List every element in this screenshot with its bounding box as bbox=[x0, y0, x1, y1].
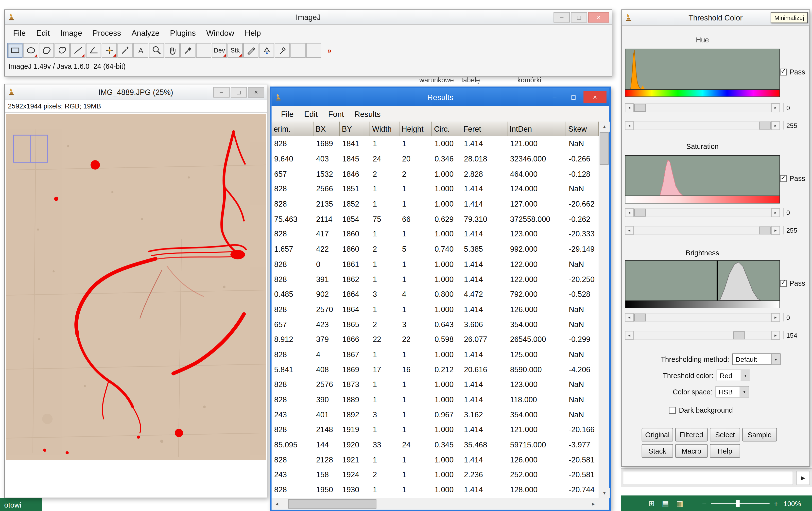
table-row[interactable]: 82825661851111.0001.414124.000NaN bbox=[271, 181, 599, 196]
table-row[interactable]: 8284171860111.0001.414123.000-20.333 bbox=[271, 227, 599, 242]
zoom-slider-thumb[interactable] bbox=[736, 500, 740, 507]
brightness-max-scrollbar[interactable]: ◄ ► bbox=[625, 331, 780, 340]
macro-button[interactable]: Macro bbox=[675, 444, 708, 458]
scroll-right-icon[interactable]: ▶ bbox=[796, 471, 810, 485]
scroll-left-icon[interactable]: ◄ bbox=[625, 331, 634, 340]
column-header[interactable]: BX bbox=[314, 122, 340, 136]
sample-button[interactable]: Sample bbox=[742, 428, 777, 442]
help-button[interactable]: Help bbox=[710, 444, 740, 458]
scroll-right-icon[interactable]: ► bbox=[771, 313, 780, 322]
scroll-right-icon[interactable]: ► bbox=[771, 331, 780, 340]
hue-min-scrollbar[interactable]: ◄ ► bbox=[625, 103, 780, 112]
micrograph-image[interactable] bbox=[6, 114, 266, 497]
table-row[interactable]: 82819501930111.0001.414128.000-20.744 bbox=[271, 482, 599, 498]
pass-checkbox[interactable] bbox=[780, 280, 787, 287]
scrollbar-thumb[interactable] bbox=[288, 499, 376, 509]
table-row[interactable]: 5.841408186917160.21220.6168590.000-4.20… bbox=[271, 362, 599, 377]
scrollbar-thumb[interactable] bbox=[634, 104, 646, 112]
scrollbar-thumb[interactable] bbox=[733, 331, 745, 339]
original-button[interactable]: Original bbox=[642, 428, 673, 442]
text-tool[interactable]: A bbox=[133, 42, 148, 57]
menu-window[interactable]: Window bbox=[201, 28, 239, 37]
menu-process[interactable]: Process bbox=[87, 28, 126, 37]
table-row[interactable]: 82801861111.0001.414122.000NaN bbox=[271, 257, 599, 272]
color-picker-tool[interactable] bbox=[180, 42, 196, 57]
saturation-min-scrollbar[interactable]: ◄ ► bbox=[625, 208, 780, 217]
column-header[interactable]: Width bbox=[370, 122, 400, 136]
image-window-titlebar[interactable]: IMG_4889.JPG (25%) – □ × bbox=[5, 84, 267, 100]
empty-tool-slot[interactable] bbox=[196, 42, 211, 57]
horizontal-scrollbar[interactable]: ◄ ► bbox=[271, 498, 599, 510]
menu-image[interactable]: Image bbox=[55, 28, 87, 37]
menu-edit[interactable]: Edit bbox=[299, 109, 323, 118]
menu-results[interactable]: Results bbox=[349, 109, 386, 118]
column-header[interactable]: Skew bbox=[566, 122, 599, 136]
stack-button[interactable]: Stack bbox=[642, 444, 673, 458]
table-row[interactable]: 65715321846221.0002.828464.000-0.128 bbox=[271, 166, 599, 181]
column-header[interactable]: erim. bbox=[271, 122, 314, 136]
scroll-left-icon[interactable]: ◄ bbox=[625, 121, 634, 130]
table-row[interactable]: 82821281921111.0001.414126.000-20.581 bbox=[271, 452, 599, 467]
menu-edit[interactable]: Edit bbox=[31, 28, 55, 37]
vertical-scrollbar[interactable]: ▲ ▼ bbox=[599, 122, 609, 498]
menu-help[interactable]: Help bbox=[239, 28, 266, 37]
scroll-left-icon[interactable]: ◄ bbox=[625, 103, 634, 112]
scrollbar-thumb[interactable] bbox=[634, 209, 646, 217]
table-row[interactable]: 9.640403184524200.34628.01832346.000-0.2… bbox=[271, 151, 599, 166]
line-tool[interactable] bbox=[70, 42, 86, 57]
results-titlebar[interactable]: Results – □ × bbox=[271, 88, 609, 106]
zoom-in-icon[interactable]: + bbox=[774, 499, 779, 508]
freehand-tool[interactable] bbox=[55, 42, 70, 57]
more-tools-button[interactable]: » bbox=[322, 42, 337, 57]
scroll-down-icon[interactable]: ▼ bbox=[599, 488, 610, 498]
dev-tool[interactable]: Dev bbox=[212, 42, 227, 57]
stk-tool[interactable]: Stk bbox=[228, 42, 243, 57]
table-row[interactable]: 2431581924211.0002.236252.000-20.581 bbox=[271, 467, 599, 482]
scrollbar-thumb[interactable] bbox=[759, 227, 771, 234]
page-break-view-icon[interactable]: ▥ bbox=[676, 499, 683, 508]
minimize-button[interactable]: – bbox=[213, 87, 230, 97]
maximize-button[interactable]: □ bbox=[564, 91, 582, 103]
maximize-button[interactable]: □ bbox=[571, 12, 587, 23]
column-header[interactable]: Circ. bbox=[432, 122, 461, 136]
table-row[interactable]: 85.095144192033240.34535.46859715.000-3.… bbox=[271, 437, 599, 452]
pass-checkbox[interactable] bbox=[780, 175, 787, 182]
select-button[interactable]: Select bbox=[710, 428, 740, 442]
thresholding-method-select[interactable]: Default ▼ bbox=[732, 353, 781, 365]
scrollbar-track[interactable] bbox=[634, 103, 771, 112]
empty-tool-slot[interactable] bbox=[306, 42, 321, 57]
scrollbar-track[interactable] bbox=[634, 208, 771, 217]
minimize-button[interactable]: – bbox=[553, 12, 570, 23]
angle-tool[interactable] bbox=[86, 42, 101, 57]
scrollbar-track[interactable] bbox=[634, 313, 771, 322]
table-row[interactable]: 6574231865230.6433.606354.000NaN bbox=[271, 317, 599, 332]
menu-analyze[interactable]: Analyze bbox=[126, 28, 165, 37]
scroll-left-icon[interactable]: ◄ bbox=[625, 313, 634, 322]
pencil-macro-tool[interactable] bbox=[243, 42, 259, 57]
scrollbar-track[interactable] bbox=[634, 121, 771, 130]
scrollbar-track[interactable] bbox=[634, 331, 771, 340]
threshold-color-select[interactable]: Red ▼ bbox=[717, 370, 750, 381]
table-row[interactable]: 82825701864111.0001.414126.000NaN bbox=[271, 302, 599, 317]
rectangle-tool[interactable] bbox=[7, 42, 23, 57]
scrollbar-thumb[interactable] bbox=[600, 132, 609, 165]
excel-sheet-tabs[interactable] bbox=[623, 471, 793, 485]
column-header[interactable]: BY bbox=[340, 122, 370, 136]
table-row[interactable]: 8.912379186622220.59826.07726545.000-0.2… bbox=[271, 332, 599, 347]
maximize-button[interactable]: □ bbox=[231, 87, 247, 97]
pass-checkbox[interactable] bbox=[780, 69, 787, 76]
table-row[interactable]: 2434011892310.9673.162354.000NaN bbox=[271, 407, 599, 422]
scroll-right-icon[interactable]: ► bbox=[771, 121, 780, 130]
column-header[interactable]: IntDen bbox=[508, 122, 566, 136]
scroll-up-icon[interactable]: ▲ bbox=[599, 122, 610, 132]
color-space-select[interactable]: HSB ▼ bbox=[716, 386, 749, 398]
menu-file[interactable]: File bbox=[8, 28, 31, 37]
saturation-max-scrollbar[interactable]: ◄ ► bbox=[625, 226, 780, 235]
column-header[interactable]: Feret bbox=[461, 122, 508, 136]
page-layout-view-icon[interactable]: ▤ bbox=[662, 499, 669, 508]
menu-file[interactable]: File bbox=[276, 109, 299, 118]
scroll-right-icon[interactable]: ► bbox=[588, 498, 599, 510]
scrollbar-track[interactable] bbox=[634, 226, 771, 235]
table-row[interactable]: 8283901889111.0001.414118.000NaN bbox=[271, 392, 599, 407]
scrollbar-thumb[interactable] bbox=[759, 122, 771, 130]
